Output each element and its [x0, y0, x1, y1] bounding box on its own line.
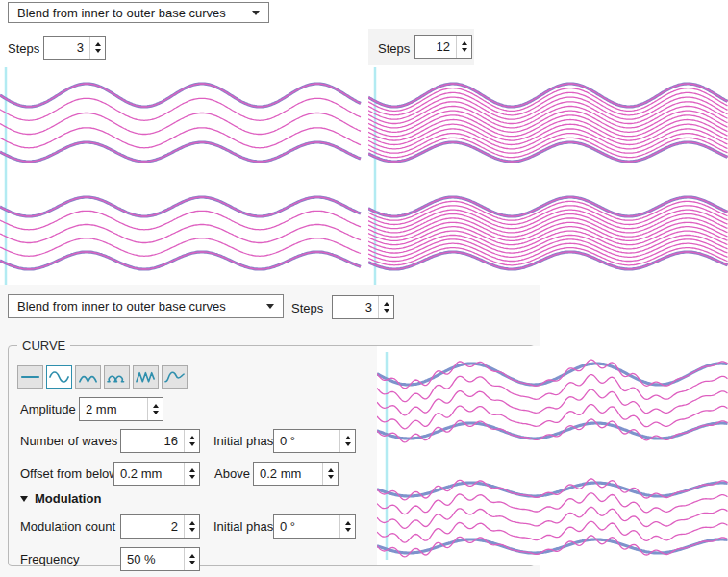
spinner-arrows[interactable] — [184, 515, 199, 538]
initial-phase-value[interactable]: 0 ° — [274, 430, 339, 452]
spinner-arrows[interactable] — [89, 37, 105, 59]
wave-type-sine-wave-button[interactable] — [46, 365, 72, 389]
spin-down-button[interactable] — [189, 528, 195, 532]
app-window: Blend from inner to outer base curves St… — [0, 0, 728, 577]
spin-up-button[interactable] — [189, 436, 195, 439]
curve-group-legend: CURVE — [17, 339, 70, 353]
spin-down-button[interactable] — [153, 411, 159, 414]
steps-value-right[interactable]: 12 — [415, 36, 456, 58]
spinner-arrows[interactable] — [339, 430, 355, 452]
spinner-arrows[interactable] — [456, 36, 471, 58]
modulation-initial-phase-label: Initial phase — [213, 519, 280, 534]
spinner-arrows[interactable] — [322, 463, 338, 485]
initial-phase-spinner[interactable]: 0 ° — [273, 429, 356, 453]
steps-label-bottom: Steps — [291, 301, 323, 315]
wave-type-square-bumps-button[interactable] — [104, 365, 130, 389]
preset-dropdown-top-value: Blend from inner to outer base curves — [17, 6, 226, 20]
preset-dropdown-top[interactable]: Blend from inner to outer base curves — [8, 2, 269, 23]
chevron-down-icon — [252, 11, 260, 15]
amplitude-label: Amplitude — [20, 402, 76, 416]
offset-above-label: Above — [214, 466, 250, 481]
frequency-spinner[interactable]: 50 % — [120, 547, 200, 571]
spin-up-button[interactable] — [384, 302, 389, 306]
preset-dropdown-bottom-value: Blend from inner to outer base curves — [17, 299, 226, 314]
spin-up-button[interactable] — [95, 42, 101, 46]
offset-above-spinner[interactable]: 0.2 mm — [253, 462, 339, 486]
steps-value-bottom[interactable]: 3 — [333, 296, 378, 318]
steps-spinner-right[interactable]: 12 — [414, 35, 472, 59]
initial-phase-label: Initial phase — [213, 434, 280, 448]
spin-up-button[interactable] — [345, 436, 351, 439]
steps-value-left[interactable]: 3 — [44, 37, 89, 59]
spin-up-button[interactable] — [345, 521, 351, 525]
amplitude-spinner[interactable]: 2 mm — [79, 397, 163, 421]
offset-from-below-value[interactable]: 0.2 mm — [114, 463, 184, 485]
modulation-section-toggle[interactable]: Modulation — [20, 491, 101, 506]
preview-top-left — [0, 63, 362, 290]
collapse-arrow-icon — [20, 496, 28, 502]
steps-label-right: Steps — [378, 41, 410, 56]
modulation-header-label: Modulation — [35, 491, 101, 506]
spin-down-button[interactable] — [384, 309, 389, 313]
modulation-initial-phase-value[interactable]: 0 ° — [274, 515, 339, 538]
offset-above-value[interactable]: 0.2 mm — [254, 463, 322, 485]
spin-up-button[interactable] — [189, 468, 195, 472]
spin-down-button[interactable] — [95, 49, 101, 53]
spin-up-button[interactable] — [189, 521, 195, 525]
spinner-arrows[interactable] — [378, 296, 393, 318]
spin-down-button[interactable] — [345, 442, 351, 446]
amplitude-value[interactable]: 2 mm — [80, 398, 147, 420]
number-of-waves-label: Number of waves — [20, 434, 117, 448]
spin-up-button[interactable] — [328, 468, 334, 472]
offset-from-below-spinner[interactable]: 0.2 mm — [113, 462, 200, 486]
spin-up-button[interactable] — [189, 554, 195, 558]
chevron-down-icon — [266, 304, 274, 309]
spinner-arrows[interactable] — [184, 463, 199, 485]
number-of-waves-spinner[interactable]: 16 — [120, 429, 200, 453]
preview-top-right — [368, 63, 728, 290]
spin-down-button[interactable] — [462, 48, 467, 52]
spinner-arrows[interactable] — [147, 398, 163, 420]
modulation-count-spinner[interactable]: 2 — [120, 514, 200, 539]
frequency-value[interactable]: 50 % — [121, 548, 184, 570]
offset-from-below-label: Offset from below — [20, 466, 118, 481]
modulation-count-label: Modulation count — [20, 519, 115, 534]
spin-down-button[interactable] — [345, 528, 351, 532]
spin-down-button[interactable] — [189, 442, 195, 446]
spin-down-button[interactable] — [328, 475, 334, 479]
preset-dropdown-bottom[interactable]: Blend from inner to outer base curves — [8, 294, 284, 318]
wave-type-sharp-waves-button[interactable] — [133, 365, 159, 389]
wave-type-straight-line-button[interactable] — [17, 365, 43, 389]
spin-down-button[interactable] — [189, 475, 195, 479]
wave-type-custom-wave-button[interactable] — [162, 365, 188, 389]
spinner-arrows[interactable] — [184, 548, 199, 570]
number-of-waves-value[interactable]: 16 — [121, 430, 184, 452]
preview-bottom — [377, 346, 728, 565]
modulation-initial-phase-spinner[interactable]: 0 ° — [273, 514, 356, 539]
steps-spinner-left[interactable]: 3 — [43, 36, 106, 60]
spin-up-button[interactable] — [462, 41, 467, 45]
spin-down-button[interactable] — [189, 561, 195, 564]
spin-up-button[interactable] — [153, 404, 159, 408]
modulation-count-value[interactable]: 2 — [121, 515, 184, 538]
spinner-arrows[interactable] — [184, 430, 199, 452]
steps-label-left: Steps — [8, 41, 39, 56]
steps-spinner-bottom[interactable]: 3 — [332, 295, 394, 319]
spinner-arrows[interactable] — [339, 515, 355, 538]
wave-type-round-bumps-button[interactable] — [75, 365, 101, 389]
frequency-label: Frequency — [20, 552, 79, 566]
